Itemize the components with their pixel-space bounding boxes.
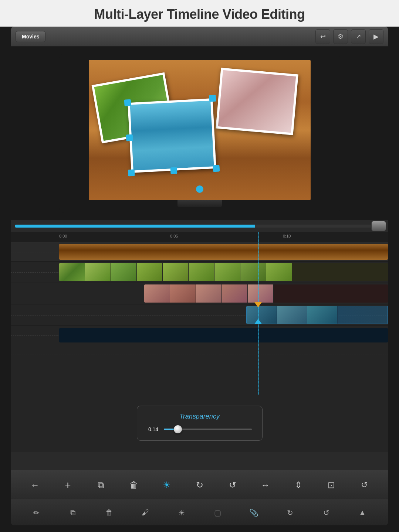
page-title: Multi-Layer Timeline Video Editing xyxy=(0,0,399,27)
resize-handle-br[interactable] xyxy=(213,165,220,172)
movies-button[interactable]: Movies xyxy=(16,31,45,42)
vertical-flip-button[interactable]: ⇕ xyxy=(289,476,308,494)
layers-icon: ⧉ xyxy=(70,508,75,517)
playhead-marker-triangle xyxy=(254,302,262,307)
share-icon: ↗ xyxy=(356,33,361,40)
clip-button[interactable]: 📎 xyxy=(246,505,262,521)
transparency-section: Transparency 0.14 xyxy=(11,395,388,452)
track-row-1 xyxy=(11,242,388,262)
scrubber-area[interactable] xyxy=(11,220,388,232)
time-0:00: 0:00 xyxy=(59,234,67,238)
clip-video-2[interactable] xyxy=(144,284,388,303)
photo-card-2[interactable] xyxy=(216,68,298,135)
undo-icon: ↩ xyxy=(320,33,326,41)
edit-icon: ✏ xyxy=(33,508,40,517)
thumb-pool-2 xyxy=(277,306,307,324)
photo-card-3[interactable] xyxy=(128,98,216,173)
back-icon: ← xyxy=(31,480,40,490)
share-button[interactable]: ↗ xyxy=(351,29,366,44)
settings-button[interactable]: ⚙ xyxy=(333,29,348,44)
transparency-control[interactable]: 0.14 xyxy=(148,426,252,432)
thumb-girl-5 xyxy=(248,284,274,303)
clip-icon: 📎 xyxy=(249,508,258,517)
copy-button[interactable]: ⧉ xyxy=(92,476,110,494)
up-button[interactable]: ▲ xyxy=(354,505,371,521)
transparency-value: 0.14 xyxy=(148,426,159,432)
flip-h-icon: ↔ xyxy=(261,480,270,490)
crop-icon: ⊡ xyxy=(328,480,335,490)
thumb-girl-4 xyxy=(222,284,248,303)
back-button[interactable]: ← xyxy=(26,476,44,494)
toolbar-right: ↩ ⚙ ↗ ▶ xyxy=(315,29,383,44)
thumb-pool-1 xyxy=(247,306,277,324)
sun-icon: ☀ xyxy=(178,508,185,517)
photo-thumbnail-3 xyxy=(130,100,214,170)
refresh-icon: ↺ xyxy=(361,480,368,490)
monitor-stand xyxy=(177,200,222,207)
trash-icon: 🗑 xyxy=(129,480,138,490)
rotate-right-icon: ↻ xyxy=(196,480,203,490)
sun-button[interactable]: ☀ xyxy=(173,505,190,521)
anchor-handle[interactable] xyxy=(196,185,203,193)
clip-video-1[interactable] xyxy=(59,263,388,281)
add-icon: + xyxy=(65,479,71,491)
delete-button[interactable]: 🗑 xyxy=(125,476,143,494)
bottom-toolbar-2: ✏ ⧉ 🗑 🖌 ☀ ▢ 📎 ↻ ↺ ▲ xyxy=(11,499,388,525)
preview-area xyxy=(11,47,388,220)
redo-button[interactable]: ↻ xyxy=(282,505,298,521)
paint-icon: 🖌 xyxy=(142,508,149,517)
brightness-button[interactable]: ☀ xyxy=(158,476,176,494)
resize-handle-bm[interactable] xyxy=(170,167,177,174)
square-button[interactable]: ▢ xyxy=(209,505,226,521)
photo-thumbnail-2 xyxy=(218,70,296,133)
resize-handle-bl[interactable] xyxy=(128,169,135,176)
flip-v-icon: ⇕ xyxy=(295,480,302,490)
paint-button[interactable]: 🖌 xyxy=(137,505,153,521)
thumb-8 xyxy=(240,263,266,281)
transparency-slider[interactable] xyxy=(164,429,252,430)
play-icon: ▶ xyxy=(373,33,379,41)
gear-icon: ⚙ xyxy=(338,33,344,41)
slider-thumb[interactable] xyxy=(174,425,182,433)
redo-icon: ↻ xyxy=(287,508,293,517)
scrubber-track[interactable] xyxy=(15,225,384,228)
playhead-triangle-up xyxy=(254,319,262,324)
scrubber-thumb[interactable] xyxy=(371,221,386,231)
clip-video-3[interactable] xyxy=(246,306,388,324)
rotate-left-button[interactable]: ↺ xyxy=(223,476,242,494)
play-button[interactable]: ▶ xyxy=(369,29,383,44)
copy-icon: ⧉ xyxy=(98,480,104,490)
edit-button[interactable]: ✏ xyxy=(28,505,45,521)
resize-handle-tl[interactable] xyxy=(124,99,131,106)
monitor-frame xyxy=(59,54,340,213)
thumb-girl-2 xyxy=(170,284,196,303)
delete-icon: 🗑 xyxy=(105,508,113,517)
horizontal-flip-button[interactable]: ↔ xyxy=(256,476,275,494)
up-icon: ▲ xyxy=(359,508,366,517)
top-toolbar: Movies ↩ ⚙ ↗ ▶ xyxy=(11,27,388,47)
thumb-4 xyxy=(137,263,163,281)
clip-empty-1 xyxy=(59,328,388,342)
undo-button-2[interactable]: ↺ xyxy=(318,505,334,521)
thumb-girl-3 xyxy=(196,284,222,303)
layers-button[interactable]: ⧉ xyxy=(65,505,81,521)
time-0:05: 0:05 xyxy=(170,234,178,238)
tick-marks xyxy=(59,239,388,242)
delete-button-2[interactable]: 🗑 xyxy=(101,505,117,521)
undo-button[interactable]: ↩ xyxy=(315,29,330,44)
add-button[interactable]: + xyxy=(59,476,77,494)
brightness-icon: ☀ xyxy=(163,480,171,490)
scrubber-fill xyxy=(15,225,255,228)
crop-button[interactable]: ⊡ xyxy=(322,476,341,494)
resize-handle-tr[interactable] xyxy=(209,95,216,102)
timeline-wrapper: 0:00 0:05 0:10 xyxy=(11,232,388,470)
clip-wood[interactable] xyxy=(59,244,388,260)
app-container: Movies ↩ ⚙ ↗ ▶ xyxy=(11,27,388,525)
rotate-right-button[interactable]: ↻ xyxy=(190,476,209,494)
refresh-button[interactable]: ↺ xyxy=(355,476,373,494)
timeline-area: 0:00 0:05 0:10 xyxy=(11,232,388,395)
resize-handle-ml[interactable] xyxy=(126,134,133,141)
transparency-label: Transparency xyxy=(148,413,252,420)
track-row-6 xyxy=(11,345,388,364)
rotate-left-icon: ↺ xyxy=(229,480,236,490)
